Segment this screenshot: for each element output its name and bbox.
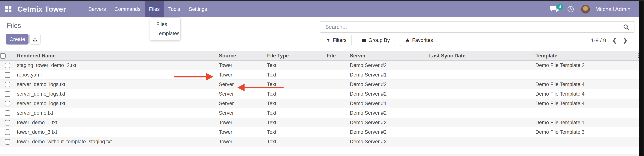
- row-checkbox[interactable]: [5, 129, 10, 135]
- bars-icon: [362, 38, 366, 43]
- row-checkbox[interactable]: [5, 101, 10, 106]
- cell-file: [325, 80, 348, 89]
- col-header-server[interactable]: Server: [348, 51, 427, 61]
- select-all-header: [0, 51, 15, 61]
- nav-item-servers[interactable]: Servers: [84, 1, 110, 17]
- cell-template: Demo File Template 2: [534, 61, 636, 70]
- cell-file: [325, 61, 348, 70]
- row-checkbox[interactable]: [5, 72, 10, 78]
- table-row[interactable]: repos.yamlTowerTextDemo Server #1: [0, 70, 639, 80]
- col-header-template[interactable]: Template: [534, 51, 636, 61]
- cell-template: Demo File Template 4: [534, 80, 636, 89]
- messages-button[interactable]: 4: [550, 5, 559, 13]
- col-header-file[interactable]: File: [325, 51, 348, 61]
- table-row[interactable]: tower_demo_1.txtTowerTextDemo Server #2D…: [0, 118, 639, 127]
- cell-rendered-name: server_demo_logs.txt: [15, 89, 217, 99]
- cell-rendered-name: server_demo.txt: [15, 108, 217, 118]
- user-menu[interactable]: Mitchell Admin: [596, 6, 630, 12]
- nav-item-commands[interactable]: Commands: [110, 1, 144, 17]
- cell-rendered-name: tower_demo_1.txt: [15, 118, 217, 127]
- cell-file: [325, 118, 348, 127]
- window-right-edge: [639, 0, 644, 156]
- cell-last-sync-date: [427, 137, 534, 147]
- cell-source: Server: [217, 108, 265, 118]
- create-button[interactable]: Create: [6, 34, 28, 45]
- cell-template: [534, 70, 636, 80]
- cell-last-sync-date: [427, 61, 534, 70]
- favorites-label: Favorites: [412, 37, 433, 43]
- cell-file-type: Text: [265, 80, 325, 89]
- nav-item-files[interactable]: Files: [144, 1, 164, 17]
- cell-last-sync-date: [427, 80, 534, 89]
- navbar: Cetmix Tower Servers Commands Files Tool…: [0, 1, 639, 17]
- cell-file-type: Text: [265, 118, 325, 127]
- row-end-spacer: [636, 70, 639, 80]
- cell-source: Tower: [217, 137, 265, 147]
- cell-rendered-name: tower_demo_3.txt: [15, 127, 217, 137]
- cell-server: Demo Server #1: [348, 99, 427, 108]
- row-checkbox[interactable]: [5, 63, 10, 68]
- user-avatar[interactable]: [581, 5, 590, 13]
- activities-clock-icon[interactable]: [567, 5, 574, 13]
- cell-file: [325, 70, 348, 80]
- search-icon[interactable]: [623, 24, 629, 30]
- cell-file-type: Text: [265, 137, 325, 147]
- table-row[interactable]: server_demo_logs.txtServerTextDemo Serve…: [0, 89, 639, 99]
- cell-last-sync-date: [427, 70, 534, 80]
- search-input[interactable]: [320, 21, 634, 32]
- nav-item-settings[interactable]: Settings: [184, 1, 211, 17]
- table-row[interactable]: staging_tower_demo_2.txtTowerTextDemo Se…: [0, 61, 639, 70]
- cell-rendered-name: staging_tower_demo_2.txt: [15, 61, 217, 70]
- row-checkbox[interactable]: [5, 91, 10, 97]
- row-select-cell: [0, 127, 15, 137]
- row-select-cell: [0, 118, 15, 127]
- cell-template: Demo File Template 3: [534, 127, 636, 137]
- cell-source: Server: [217, 89, 265, 99]
- col-header-file-type[interactable]: File Type: [265, 51, 325, 61]
- cell-server: Demo Server #2: [348, 137, 427, 147]
- cell-rendered-name: server_demo_logs.txt: [15, 80, 217, 89]
- pager-range: 1-9 / 9: [591, 37, 606, 44]
- cell-file: [325, 108, 348, 118]
- row-end-spacer: [636, 89, 639, 99]
- row-checkbox[interactable]: [5, 82, 10, 87]
- pager-previous-icon[interactable]: ❮: [612, 38, 617, 43]
- cell-file: [325, 99, 348, 108]
- table-row[interactable]: server_demo_logs.txtServerTextDemo Serve…: [0, 99, 639, 108]
- navbar-right: 4 Mitchell Admin: [550, 1, 639, 17]
- files-list-table: Rendered Name Source File Type File Serv…: [0, 51, 639, 147]
- group-by-label: Group By: [368, 37, 390, 43]
- col-header-source[interactable]: Source: [217, 51, 265, 61]
- col-header-last-sync[interactable]: Last Sync Date: [427, 51, 534, 61]
- files-menu-dropdown: Files Templates: [150, 17, 180, 41]
- cell-server: Demo Server #2: [348, 80, 427, 89]
- cell-source: Tower: [217, 70, 265, 80]
- cell-source: Tower: [217, 127, 265, 137]
- cell-last-sync-date: [427, 99, 534, 108]
- filters-button[interactable]: Filters: [321, 35, 352, 46]
- favorites-button[interactable]: Favorites: [400, 35, 438, 46]
- col-header-rendered-name[interactable]: Rendered Name: [15, 51, 217, 61]
- pager-next-icon[interactable]: ❯: [623, 38, 628, 43]
- row-select-cell: [0, 99, 15, 108]
- table-row[interactable]: server_demo_logs.txtServerTextDemo Serve…: [0, 80, 639, 89]
- cell-file-type: Text: [265, 99, 325, 108]
- apps-grid-icon[interactable]: [5, 6, 12, 12]
- group-by-button[interactable]: Group By: [357, 35, 395, 46]
- cell-last-sync-date: [427, 89, 534, 99]
- row-checkbox[interactable]: [5, 139, 10, 145]
- cell-file-type: Text: [265, 61, 325, 70]
- row-checkbox[interactable]: [5, 110, 10, 116]
- app-brand: Cetmix Tower: [18, 5, 66, 13]
- menu-item-files[interactable]: Files: [150, 20, 180, 29]
- table-row[interactable]: tower_demo_without_template_staging.txtT…: [0, 137, 639, 147]
- import-button[interactable]: [30, 34, 40, 45]
- row-checkbox[interactable]: [5, 120, 10, 126]
- menu-item-templates[interactable]: Templates: [150, 29, 180, 38]
- select-all-checkbox[interactable]: [0, 53, 6, 59]
- next-row-sliver: [0, 155, 639, 156]
- table-row[interactable]: tower_demo_3.txtTowerTextDemo Server #2D…: [0, 127, 639, 137]
- table-row[interactable]: server_demo.txtServerTextDemo Server #2: [0, 108, 639, 118]
- cell-source: Server: [217, 99, 265, 108]
- nav-item-tools[interactable]: Tools: [164, 1, 184, 17]
